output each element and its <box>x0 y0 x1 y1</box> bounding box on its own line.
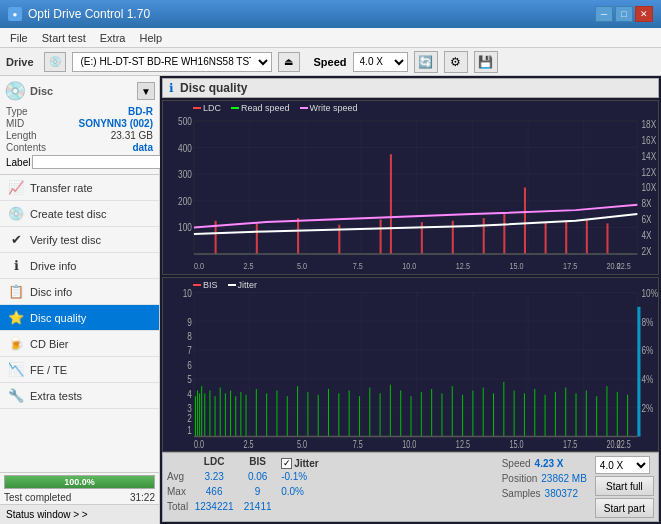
drive-select[interactable]: (E:) HL-DT-ST BD-RE WH16NS58 TST4 <box>72 52 272 72</box>
contents-value: data <box>132 142 153 153</box>
save-button[interactable]: 💾 <box>474 51 498 73</box>
start-part-button[interactable]: Start part <box>595 498 654 518</box>
svg-rect-107 <box>246 395 247 437</box>
sidebar-item-transfer-rate[interactable]: 📈 Transfer rate <box>0 175 159 201</box>
bis-legend-label: BIS <box>203 280 218 290</box>
eject-button[interactable]: ⏏ <box>278 52 300 72</box>
svg-text:400: 400 <box>178 142 192 154</box>
svg-rect-136 <box>545 395 546 437</box>
svg-rect-143 <box>617 392 618 437</box>
progress-bar: 100.0% <box>5 476 154 488</box>
progress-bar-container: 100.0% <box>4 475 155 489</box>
svg-text:17.5: 17.5 <box>563 439 577 451</box>
ldc-avg: 3.23 <box>194 471 234 485</box>
sidebar-item-fe-te[interactable]: 📉 FE / TE <box>0 357 159 383</box>
svg-rect-48 <box>503 214 505 254</box>
svg-rect-110 <box>276 390 277 436</box>
maximize-button[interactable]: □ <box>615 6 633 22</box>
drive-info-icon: ℹ <box>8 258 24 273</box>
sidebar-item-create-test-disc[interactable]: 💿 Create test disc <box>0 201 159 227</box>
menu-item-extra[interactable]: Extra <box>94 30 132 46</box>
menu-item-start-test[interactable]: Start test <box>36 30 92 46</box>
speed-select-stats[interactable]: 4.0 X <box>595 456 650 474</box>
svg-text:2.5: 2.5 <box>243 439 253 451</box>
bis-chart-svg: 10 9 8 7 6 5 4 3 2 1 10% 8% 6% 4% 2% <box>163 278 658 451</box>
sidebar-item-verify-test-disc[interactable]: ✔ Verify test disc <box>0 227 159 253</box>
close-button[interactable]: ✕ <box>635 6 653 22</box>
speed-row: Speed 4.23 X <box>502 456 587 470</box>
svg-rect-142 <box>606 386 607 436</box>
svg-text:6%: 6% <box>642 344 654 357</box>
svg-rect-132 <box>503 382 504 437</box>
drive-icon[interactable]: 💿 <box>44 52 66 72</box>
svg-rect-100 <box>209 390 210 436</box>
jitter-avg: -0.1% <box>281 471 318 485</box>
speed-and-buttons: 4.0 X Start full Start part <box>595 456 654 518</box>
content-area: ℹ Disc quality LDC Read speed <box>160 76 661 524</box>
menu-item-file[interactable]: File <box>4 30 34 46</box>
svg-rect-106 <box>240 392 241 437</box>
svg-rect-49 <box>524 188 526 255</box>
svg-text:18X: 18X <box>642 118 657 130</box>
svg-text:10X: 10X <box>642 181 657 193</box>
status-window-label: Status window > > <box>6 509 88 520</box>
svg-rect-112 <box>297 386 298 436</box>
status-window-button[interactable]: Status window > > <box>0 504 159 524</box>
svg-rect-126 <box>441 393 442 436</box>
progress-label: 100.0% <box>64 477 95 487</box>
position-row: Position 23862 MB <box>502 471 587 485</box>
svg-rect-131 <box>493 393 494 436</box>
svg-rect-134 <box>524 393 525 436</box>
window-controls[interactable]: ─ □ ✕ <box>595 6 653 22</box>
svg-text:8X: 8X <box>642 197 653 209</box>
menubar: FileStart testExtraHelp <box>0 28 661 48</box>
completed-text: Test completed <box>4 492 71 503</box>
samples-row: Samples 380372 <box>502 486 587 500</box>
avg-label: Avg <box>167 471 188 485</box>
fe-te-label: FE / TE <box>30 364 67 376</box>
disc-label-row: Label 🔍 <box>4 154 155 170</box>
disc-header: 💿 Disc ▼ <box>4 80 155 102</box>
ldc-legend: LDC <box>193 103 221 113</box>
svg-text:1: 1 <box>187 423 192 436</box>
disc-contents-row: Contents data <box>4 142 155 153</box>
label-input[interactable] <box>32 155 165 169</box>
start-full-button[interactable]: Start full <box>595 476 654 496</box>
svg-text:100: 100 <box>178 221 192 233</box>
ldc-total: 1234221 <box>194 501 234 515</box>
sidebar-item-cd-bier[interactable]: 🍺 CD Bier <box>0 331 159 357</box>
svg-text:6: 6 <box>187 358 192 371</box>
cd-bier-label: CD Bier <box>30 338 69 350</box>
svg-rect-113 <box>307 392 308 437</box>
svg-text:7: 7 <box>187 344 192 357</box>
jitter-checkbox[interactable]: ✓ <box>281 458 292 469</box>
svg-rect-50 <box>545 222 547 254</box>
write-speed-legend-dot <box>300 107 308 109</box>
length-label: Length <box>6 130 37 141</box>
settings-button[interactable]: ⚙ <box>444 51 468 73</box>
sidebar-item-drive-info[interactable]: ℹ Drive info <box>0 253 159 279</box>
svg-rect-124 <box>421 392 422 437</box>
svg-text:10: 10 <box>183 286 193 299</box>
svg-rect-104 <box>230 390 231 436</box>
drivebar: Drive 💿 (E:) HL-DT-ST BD-RE WH16NS58 TST… <box>0 48 661 76</box>
svg-text:0.0: 0.0 <box>194 260 204 271</box>
svg-text:5.0: 5.0 <box>297 439 307 451</box>
speed-select[interactable]: 4.0 X <box>353 52 408 72</box>
refresh-button[interactable]: 🔄 <box>414 51 438 73</box>
sidebar-item-extra-tests[interactable]: 🔧 Extra tests <box>0 383 159 409</box>
svg-rect-43 <box>380 219 382 254</box>
sidebar-item-disc-quality[interactable]: ⭐ Disc quality <box>0 305 159 331</box>
svg-rect-52 <box>586 219 588 254</box>
menu-item-help[interactable]: Help <box>133 30 168 46</box>
disc-info-rows: Type BD-R MID SONYNN3 (002) Length 23.31… <box>4 106 155 170</box>
sidebar-item-disc-info[interactable]: 📋 Disc info <box>0 279 159 305</box>
disc-mid-row: MID SONYNN3 (002) <box>4 118 155 129</box>
svg-text:12.5: 12.5 <box>456 439 470 451</box>
disc-panel-btn[interactable]: ▼ <box>137 82 155 100</box>
jitter-header: ✓ Jitter <box>281 456 318 470</box>
svg-rect-105 <box>235 396 236 436</box>
disc-length-row: Length 23.31 GB <box>4 130 155 141</box>
type-value: BD-R <box>128 106 153 117</box>
minimize-button[interactable]: ─ <box>595 6 613 22</box>
